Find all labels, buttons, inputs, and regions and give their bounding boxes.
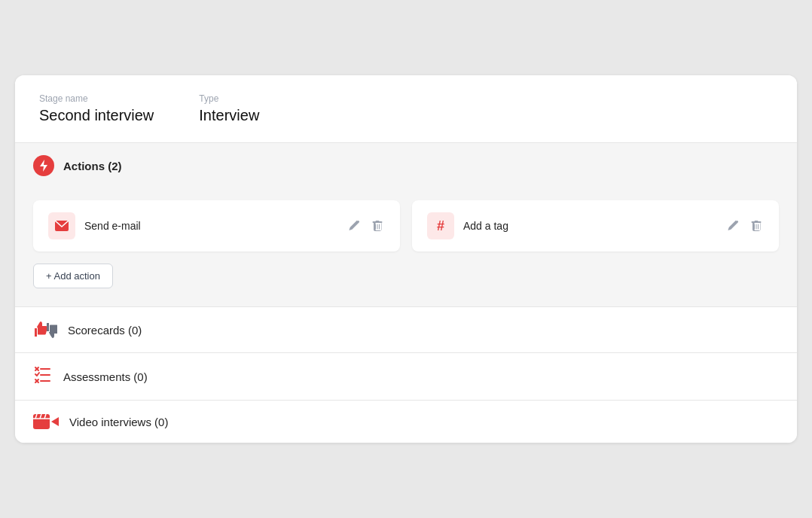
video-icon xyxy=(33,413,59,431)
scorecards-section: Scorecards (0) xyxy=(15,306,797,352)
video-icon-container xyxy=(33,413,59,431)
email-icon xyxy=(55,221,69,231)
hash-symbol: # xyxy=(437,218,444,234)
checklist-icon xyxy=(33,365,53,385)
actions-icon xyxy=(33,155,54,176)
trash-icon xyxy=(750,220,762,232)
send-email-actions xyxy=(347,218,385,233)
add-tag-label: Add a tag xyxy=(463,220,717,232)
stage-name-field: Stage name Second interview xyxy=(39,93,154,124)
video-interviews-title: Video interviews (0) xyxy=(69,416,168,428)
tag-icon-wrap: # xyxy=(427,212,454,239)
thumbs-icon xyxy=(33,319,57,340)
action-cards: Send e-mail xyxy=(33,200,779,251)
edit-icon xyxy=(728,220,740,232)
actions-title: Actions (2) xyxy=(63,160,122,172)
actions-section-header: Actions (2) xyxy=(15,143,797,188)
add-tag-card: # Add a tag xyxy=(412,200,779,251)
scorecards-icon xyxy=(33,319,57,340)
actions-section: Actions (2) Send e-mail xyxy=(15,143,797,306)
main-card: Stage name Second interview Type Intervi… xyxy=(15,75,797,443)
email-icon-wrap xyxy=(48,212,75,239)
delete-tag-button[interactable] xyxy=(749,218,764,233)
assessments-title: Assessments (0) xyxy=(63,370,148,383)
stage-type-value: Interview xyxy=(199,107,259,124)
edit-email-button[interactable] xyxy=(347,218,362,233)
delete-email-button[interactable] xyxy=(370,218,385,233)
actions-content: Send e-mail xyxy=(15,188,797,306)
stage-name-label: Stage name xyxy=(39,93,154,104)
assessments-section: Assessments (0) xyxy=(15,352,797,400)
edit-tag-button[interactable] xyxy=(726,218,741,233)
edit-icon xyxy=(349,220,361,232)
send-email-card: Send e-mail xyxy=(33,200,400,251)
trash-icon xyxy=(371,220,383,232)
add-action-button[interactable]: + Add action xyxy=(33,264,113,288)
scorecards-title: Scorecards (0) xyxy=(68,324,142,337)
lightning-icon xyxy=(38,160,49,172)
svg-marker-14 xyxy=(51,417,59,426)
stage-type-field: Type Interview xyxy=(199,93,259,124)
stage-type-label: Type xyxy=(199,93,259,104)
svg-marker-0 xyxy=(40,160,47,172)
stage-header: Stage name Second interview Type Intervi… xyxy=(15,75,797,143)
send-email-label: Send e-mail xyxy=(84,220,338,232)
video-interviews-section: Video interviews (0) xyxy=(15,400,797,443)
stage-name-value: Second interview xyxy=(39,107,154,124)
assessments-icon xyxy=(33,365,53,388)
add-tag-actions xyxy=(726,218,764,233)
